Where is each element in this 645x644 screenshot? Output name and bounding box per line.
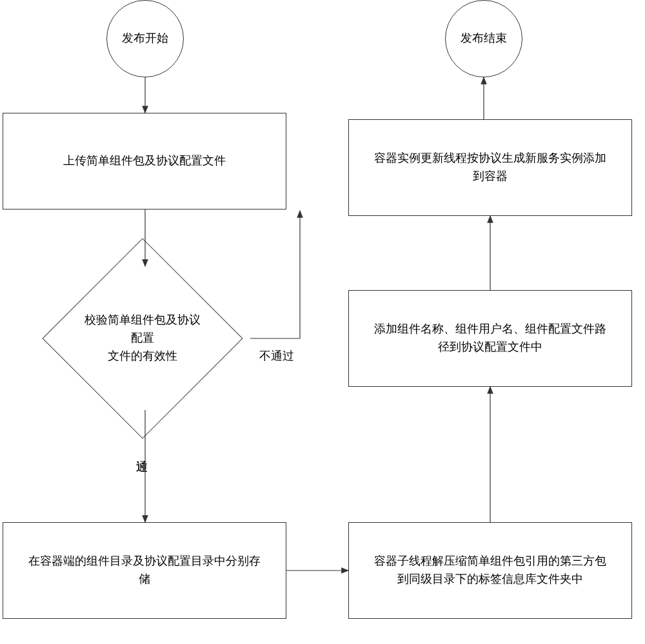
start-node: 发布开始 bbox=[106, 0, 184, 77]
end-node: 发布结束 bbox=[445, 0, 522, 77]
validate-node: 校验简单组件包及协议配置 文件的有效性 bbox=[72, 268, 213, 409]
store-label: 在容器端的组件目录及协议配置目录中分别存 储 bbox=[28, 552, 261, 589]
store-node: 在容器端的组件目录及协议配置目录中分别存 储 bbox=[3, 522, 286, 619]
extract-label: 容器子线程解压缩简单组件包引用的第三方包 到同级目录下的标签信息库文件夹中 bbox=[374, 552, 606, 589]
updatethread-node: 容器实例更新线程按协议生成新服务实例添加 到容器 bbox=[348, 119, 632, 216]
start-label: 发布开始 bbox=[122, 30, 168, 48]
upload-label: 上传简单组件包及协议配置文件 bbox=[63, 152, 226, 170]
validate-label: 校验简单组件包及协议配置 文件的有效性 bbox=[83, 311, 202, 366]
extract-node: 容器子线程解压缩简单组件包引用的第三方包 到同级目录下的标签信息库文件夹中 bbox=[348, 522, 632, 619]
updatethread-label: 容器实例更新线程按协议生成新服务实例添加 到容器 bbox=[374, 150, 606, 186]
fail-edge-label: 不通过 bbox=[258, 348, 295, 364]
end-label: 发布结束 bbox=[461, 30, 507, 48]
addconfig-node: 添加组件名称、组件用户名、组件配置文件路 径到协议配置文件中 bbox=[348, 290, 632, 387]
upload-node: 上传简单组件包及协议配置文件 bbox=[3, 113, 286, 210]
flowchart-canvas: 发布开始 发布结束 上传简单组件包及协议配置文件 校验简单组件包及协议配置 文件… bbox=[0, 0, 645, 644]
addconfig-label: 添加组件名称、组件用户名、组件配置文件路 径到协议配置文件中 bbox=[374, 320, 606, 356]
edge-validate-fail-upload bbox=[250, 211, 300, 338]
